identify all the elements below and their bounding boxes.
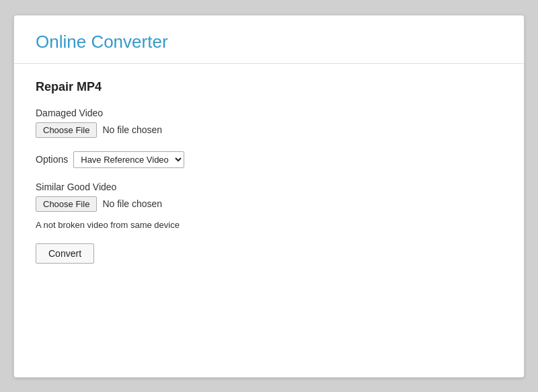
header: Online Converter: [14, 15, 524, 64]
similar-good-video-section: Similar Good Video Choose File No file c…: [36, 182, 502, 230]
options-label: Options: [36, 154, 68, 165]
damaged-video-no-file-text: No file chosen: [102, 124, 162, 135]
damaged-video-file-row: Choose File No file chosen: [36, 122, 502, 138]
options-row: Options Have Reference Video: [36, 151, 502, 168]
similar-good-video-label: Similar Good Video: [36, 182, 502, 192]
damaged-video-section: Damaged Video Choose File No file chosen: [36, 108, 502, 138]
damaged-video-choose-file-button[interactable]: Choose File: [36, 122, 97, 138]
main-window: Online Converter Repair MP4 Damaged Vide…: [13, 15, 525, 378]
page-title: Repair MP4: [36, 80, 502, 94]
app-title: Online Converter: [36, 32, 168, 52]
options-select[interactable]: Have Reference Video: [73, 151, 184, 168]
content-area: Repair MP4 Damaged Video Choose File No …: [14, 64, 524, 285]
similar-good-video-helper-text: A not broken video from same device: [36, 220, 502, 230]
convert-button[interactable]: Convert: [36, 243, 94, 264]
similar-good-video-no-file-text: No file chosen: [102, 198, 162, 209]
damaged-video-label: Damaged Video: [36, 108, 502, 118]
similar-good-video-choose-file-button[interactable]: Choose File: [36, 196, 97, 212]
similar-good-video-file-row: Choose File No file chosen: [36, 196, 502, 212]
